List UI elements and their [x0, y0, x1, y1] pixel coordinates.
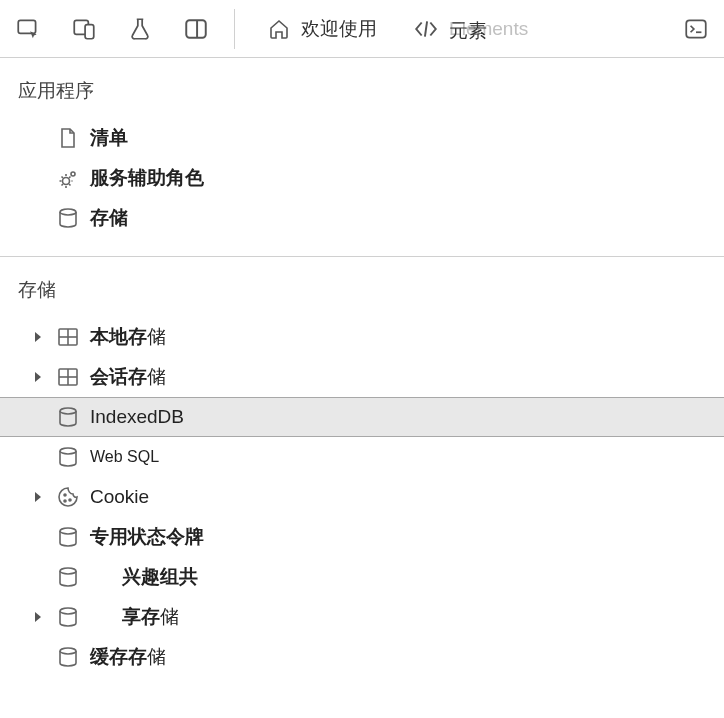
tab-elements-label: 元素: [449, 18, 487, 44]
tree-item-interest-group[interactable]: 兴趣组共: [0, 557, 724, 597]
tree-item-cache-storage[interactable]: 缓存存储: [0, 637, 724, 677]
indexeddb-label: IndexedDB: [90, 406, 724, 428]
local-storage-label: 本地存储: [90, 324, 724, 350]
table-icon: [54, 363, 82, 391]
svg-line-5: [425, 21, 427, 36]
storage-title: 存储: [0, 271, 724, 317]
svg-point-19: [64, 494, 66, 496]
svg-point-23: [60, 568, 76, 574]
tree-item-shared-storage[interactable]: 享存储: [0, 597, 724, 637]
tree-item-manifest[interactable]: 清单: [0, 118, 724, 158]
svg-point-25: [60, 648, 76, 654]
tab-welcome[interactable]: 欢迎使用: [257, 10, 387, 48]
application-title: 应用程序: [0, 72, 724, 118]
tab-elements-label-container: 元素 Elements: [449, 18, 528, 40]
code-icon: [413, 16, 439, 42]
storage-tree: 本地存储 会话存储 Indexed: [0, 317, 724, 677]
chevron-right-icon[interactable]: [30, 489, 46, 505]
svg-rect-0: [18, 20, 35, 33]
cache-storage-label: 缓存存储: [90, 644, 724, 670]
svg-point-9: [71, 172, 75, 176]
private-token-label: 专用状态令牌: [90, 524, 724, 550]
svg-point-8: [63, 178, 70, 185]
svg-point-10: [60, 209, 76, 215]
device-toggle-icon[interactable]: [68, 13, 100, 45]
panel-layout-icon[interactable]: [180, 13, 212, 45]
table-icon: [54, 323, 82, 351]
application-tree: 清单 服务辅助角色 存储: [0, 118, 724, 238]
cookie-label: Cookie: [90, 486, 724, 508]
gear-icon: [54, 164, 82, 192]
svg-point-17: [60, 408, 76, 414]
svg-point-24: [60, 608, 76, 614]
database-icon: [54, 563, 82, 591]
tree-item-service-workers[interactable]: 服务辅助角色: [0, 158, 724, 198]
toolbar-left-group: [12, 13, 212, 45]
tree-item-cookie[interactable]: Cookie: [0, 477, 724, 517]
chevron-right-icon[interactable]: [30, 609, 46, 625]
tree-item-private-token[interactable]: 专用状态令牌: [0, 517, 724, 557]
shared-storage-label: 享存储: [90, 604, 724, 630]
websql-label: Web SQL: [90, 448, 724, 466]
interest-group-label: 兴趣组共: [90, 564, 724, 590]
application-section: 应用程序 清单 服务辅助角色: [0, 58, 724, 248]
document-icon: [54, 124, 82, 152]
chevron-right-icon[interactable]: [30, 369, 46, 385]
database-icon: [54, 643, 82, 671]
storage-section: 存储 本地存储: [0, 257, 724, 687]
svg-rect-3: [186, 20, 206, 37]
database-icon: [54, 204, 82, 232]
svg-point-18: [60, 448, 76, 454]
svg-rect-6: [686, 20, 706, 37]
devtools-toolbar: 欢迎使用 元素 Elements: [0, 0, 724, 58]
console-icon[interactable]: [680, 13, 712, 45]
storage-overview-label: 存储: [90, 205, 724, 231]
database-icon: [54, 603, 82, 631]
tree-item-storage-overview[interactable]: 存储: [0, 198, 724, 238]
manifest-label: 清单: [90, 125, 724, 151]
inspect-icon[interactable]: [12, 13, 44, 45]
cookie-icon: [54, 483, 82, 511]
tree-item-local-storage[interactable]: 本地存储: [0, 317, 724, 357]
chevron-right-icon[interactable]: [30, 329, 46, 345]
tree-item-indexeddb[interactable]: IndexedDB: [0, 397, 724, 437]
home-icon: [267, 17, 291, 41]
svg-point-20: [69, 499, 71, 501]
flask-icon[interactable]: [124, 13, 156, 45]
svg-point-22: [60, 528, 76, 534]
database-icon: [54, 523, 82, 551]
session-storage-label: 会话存储: [90, 364, 724, 390]
tree-item-websql[interactable]: Web SQL: [0, 437, 724, 477]
database-icon: [54, 443, 82, 471]
svg-rect-2: [85, 24, 94, 38]
toolbar-divider: [234, 9, 235, 49]
tree-item-session-storage[interactable]: 会话存储: [0, 357, 724, 397]
tab-elements[interactable]: 元素 Elements: [403, 10, 538, 48]
service-workers-label: 服务辅助角色: [90, 165, 724, 191]
database-icon: [54, 403, 82, 431]
svg-point-21: [64, 500, 66, 502]
tab-welcome-label: 欢迎使用: [301, 16, 377, 42]
